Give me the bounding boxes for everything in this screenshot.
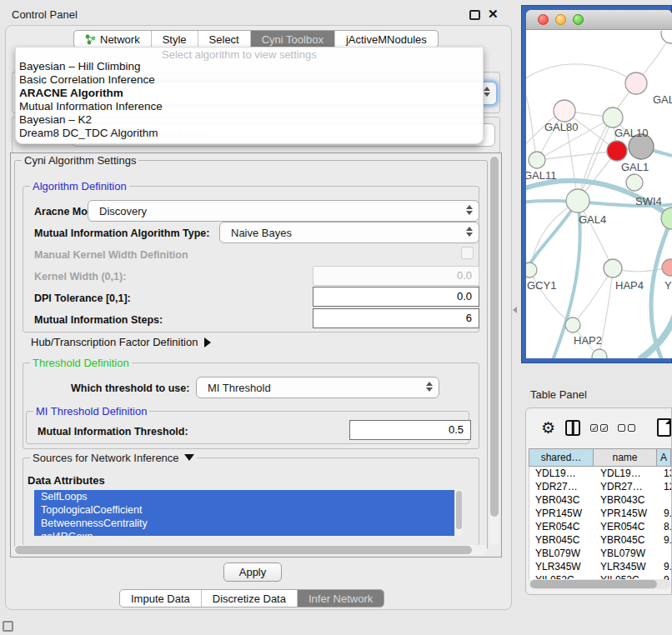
table-toolbar: ⚙ ✓✓ (526, 408, 671, 447)
combo-arrows-icon (484, 87, 490, 97)
list-item[interactable]: TopologicalCoefficient (34, 503, 454, 517)
cyni-settings-scrollpane: Cyni Algorithm Settings Algorithm Defini… (10, 152, 502, 558)
control-panel-title: Control Panel (12, 8, 78, 21)
which-threshold-label: Which threshold to use: (71, 382, 189, 394)
network-graph[interactable]: GAL GAL80 GAL10 GAL1 GAL11 SWI4 GAL4 GCY… (526, 31, 672, 358)
which-threshold-combobox[interactable]: MI Threshold (196, 377, 439, 398)
data-attributes-list[interactable]: SelfLoops TopologicalCoefficient Between… (34, 490, 454, 536)
list-item[interactable]: BetweennessCentrality (34, 517, 454, 530)
tab-impute-data[interactable]: Impute Data (120, 590, 202, 607)
table-row[interactable]: YER054CYER054C8. (529, 520, 671, 533)
which-threshold-value: MI Threshold (208, 382, 271, 394)
node-salmon[interactable] (662, 259, 672, 276)
mi-steps-field[interactable]: 6 (313, 308, 479, 328)
mi-threshold-label: Mutual Information Threshold: (38, 426, 188, 438)
svg-text:GAL80: GAL80 (544, 121, 578, 133)
table-row[interactable]: YDL19…YDL19…13 (529, 467, 671, 480)
column-header-shared-name[interactable]: shared… (529, 448, 594, 467)
tab-cyni-toolbox[interactable]: Cyni Toolbox (251, 31, 335, 48)
table-row[interactable]: YDR27…YDR27…12 (529, 480, 671, 493)
split-pane-collapse-handle[interactable] (513, 307, 519, 315)
svg-text:GAL: GAL (653, 93, 672, 106)
table-row[interactable]: YBR045CYBR045C9. (529, 533, 671, 547)
select-all-checkboxes-icon[interactable]: ✓✓ (590, 424, 608, 432)
network-view-window[interactable]: GAL GAL80 GAL10 GAL1 GAL11 SWI4 GAL4 GCY… (521, 5, 672, 363)
algorithm-dropdown-popup: Select algorithm to view settings Bayesi… (15, 47, 484, 144)
tab-network[interactable]: Network (74, 31, 152, 48)
list-item[interactable]: gal4RGexp (34, 530, 454, 536)
column-header-cut[interactable]: A (657, 448, 671, 467)
columns-icon[interactable] (565, 420, 580, 436)
option-basic-correlation[interactable]: Basic Correlation Inference (18, 73, 481, 87)
cyni-algorithm-settings-title: Cyni Algorithm Settings (22, 154, 138, 167)
mi-type-value: Naive Bayes (231, 227, 292, 239)
attribute-list-scrollbar[interactable] (455, 490, 463, 536)
node-gal[interactable] (625, 72, 647, 94)
algorithm-placeholder: Select algorithm to view settings (162, 48, 317, 61)
node-gal1[interactable] (607, 141, 627, 161)
option-mutual-information[interactable]: Mutual Information Inference (18, 100, 481, 113)
node-gal80[interactable] (554, 100, 575, 122)
network-view-canvas[interactable]: GAL GAL80 GAL10 GAL1 GAL11 SWI4 GAL4 GCY… (526, 10, 672, 358)
table-row[interactable]: YBL079WYBL079W (529, 547, 671, 560)
combo-arrows-icon (426, 382, 433, 392)
table-row[interactable]: YPR145WYPR145W9. (529, 507, 671, 520)
minimize-traffic-light-icon[interactable] (555, 14, 566, 25)
tab-jactivemnodules[interactable]: jActiveMNodules (335, 31, 438, 48)
network-window-titlebar[interactable] (526, 10, 672, 30)
column-header-name[interactable]: name (594, 448, 657, 467)
node-hap2[interactable] (565, 318, 580, 332)
node-gcy1[interactable] (526, 262, 537, 278)
new-table-icon[interactable] (657, 418, 671, 437)
settings-vertical-scrollbar[interactable] (489, 155, 499, 545)
network-icon (85, 34, 96, 45)
aracne-mode-combobox[interactable]: Discovery (88, 200, 479, 222)
apply-button[interactable]: Apply (223, 562, 282, 582)
gear-icon[interactable]: ⚙ (541, 420, 555, 436)
mi-type-combobox[interactable]: Naive Bayes (219, 222, 479, 243)
manual-kernel-checkbox[interactable] (461, 247, 474, 259)
sources-group-title: Sources for Network Inference (30, 452, 197, 464)
option-aracne[interactable]: ARACNE Algorithm (18, 87, 481, 100)
tab-select[interactable]: Select (198, 31, 251, 48)
collapse-down-icon (184, 454, 194, 461)
svg-text:GAL10: GAL10 (614, 127, 648, 139)
tab-style[interactable]: Style (152, 31, 198, 48)
bottom-tabbar: Impute Data Discretize Data Infer Networ… (119, 589, 384, 608)
close-traffic-light-icon[interactable] (538, 14, 549, 25)
option-bayesian-k2[interactable]: Bayesian – K2 (18, 113, 481, 127)
node-swi4[interactable] (626, 174, 643, 191)
settings-horizontal-scrollbar[interactable] (13, 545, 487, 555)
node-gal11[interactable] (529, 152, 545, 168)
option-bayesian-hill-climbing[interactable]: Bayesian – Hill Climbing (18, 60, 481, 73)
table-horizontal-scrollbar[interactable] (529, 579, 670, 589)
restore-panel-icon[interactable] (3, 621, 13, 632)
dpi-tolerance-field[interactable]: 0.0 (313, 287, 479, 307)
threshold-definition-title: Threshold Definition (30, 357, 132, 369)
node-gal10[interactable] (603, 108, 623, 128)
node-hap4[interactable] (604, 259, 622, 278)
deselect-all-checkboxes-icon[interactable] (618, 424, 635, 432)
list-item[interactable]: SelfLoops (34, 490, 454, 503)
table-row[interactable]: YBR043CYBR043C (529, 493, 671, 507)
kernel-width-label: Kernel Width (0,1): (34, 271, 126, 282)
svg-text:HAP4: HAP4 (615, 279, 644, 292)
option-dream8[interactable]: Dream8 DC_TDC Algorithm (18, 127, 481, 140)
float-window-icon[interactable] (469, 10, 480, 20)
mi-threshold-field[interactable]: 0.5 (349, 420, 471, 440)
hub-definition-toggle[interactable]: Hub/Transcription Factor Definition (31, 336, 211, 348)
mi-steps-label: Mutual Information Steps: (34, 314, 163, 326)
svg-text:SWI4: SWI4 (635, 195, 662, 208)
table-header-row: shared… name A (529, 448, 671, 467)
svg-text:HAP2: HAP2 (574, 334, 602, 347)
kernel-width-field[interactable]: 0.0 (313, 266, 479, 286)
node[interactable] (661, 31, 672, 43)
node-gal4[interactable] (566, 189, 589, 212)
tab-discretize-data[interactable]: Discretize Data (202, 590, 298, 607)
dpi-tolerance-label: DPI Tolerance [0,1]: (34, 292, 131, 304)
close-icon[interactable]: ✕ (488, 7, 499, 22)
mi-type-label: Mutual Information Algorithm Type: (34, 228, 209, 239)
table-row[interactable]: YLR345WYLR345W9. (529, 560, 671, 573)
tab-infer-network[interactable]: Infer Network (298, 590, 384, 607)
zoom-traffic-light-icon[interactable] (573, 14, 584, 25)
